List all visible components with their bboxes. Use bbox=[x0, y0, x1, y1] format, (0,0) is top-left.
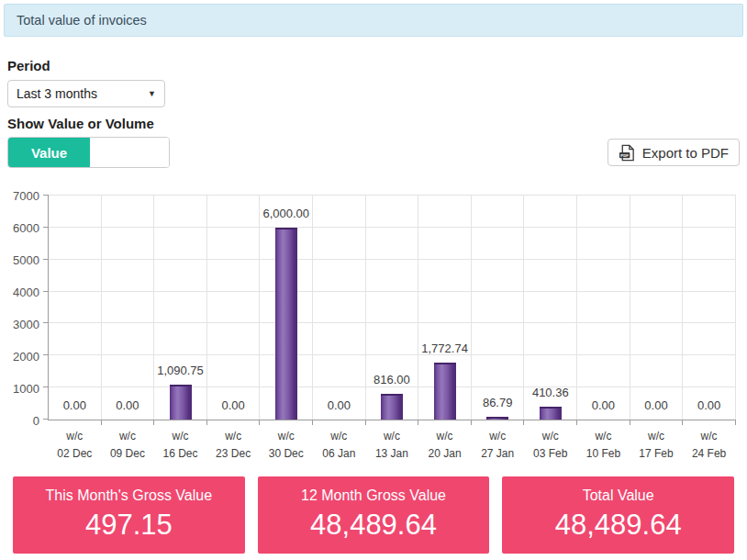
bar-cell: 1,090.75w/c16 Dec bbox=[154, 196, 207, 420]
x-tick-label: w/c10 Feb bbox=[577, 420, 630, 463]
y-tick-label: 6000 bbox=[13, 221, 39, 235]
x-tick-mark bbox=[735, 420, 736, 425]
bar-cell: 0.00w/c17 Feb bbox=[630, 196, 684, 420]
card-title: This Month's Gross Value bbox=[20, 487, 238, 504]
bar bbox=[275, 228, 297, 420]
bar-cell: 0.00w/c09 Dec bbox=[102, 196, 155, 420]
bar-cell: 0.00w/c10 Feb bbox=[577, 196, 630, 420]
export-to-pdf-button[interactable]: PDF Export to PDF bbox=[608, 139, 740, 166]
x-tick-label: w/c24 Feb bbox=[683, 420, 735, 463]
svg-text:PDF: PDF bbox=[620, 152, 629, 157]
y-tick-label: 5000 bbox=[13, 253, 39, 267]
bar-cell: 0.00w/c02 Dec bbox=[49, 196, 102, 420]
chart-plot-area: 0.00w/c02 Dec0.00w/c09 Dec1,090.75w/c16 … bbox=[48, 196, 736, 420]
period-select[interactable]: Last 3 months bbox=[7, 80, 165, 107]
bar-value-label: 0.00 bbox=[328, 398, 351, 412]
volume-toggle-segment[interactable] bbox=[90, 138, 169, 167]
bar-cell: 0.00w/c06 Jan bbox=[313, 196, 366, 420]
x-tick-label: w/c02 Dec bbox=[49, 420, 101, 463]
summary-cards: This Month's Gross Value 497.15 12 Month… bbox=[4, 476, 743, 554]
bar bbox=[434, 363, 456, 420]
bar bbox=[381, 394, 403, 420]
bar-value-label: 6,000.00 bbox=[262, 207, 309, 220]
panel-title: Total value of invoices bbox=[4, 4, 743, 37]
x-tick-label: w/c03 Feb bbox=[524, 420, 576, 463]
card-title: Total Value bbox=[509, 487, 727, 504]
x-tick-label: w/c17 Feb bbox=[630, 420, 683, 463]
y-tick-label: 0 bbox=[33, 414, 39, 428]
bar-value-label: 816.00 bbox=[374, 373, 410, 386]
toggle-row: Value PDF Export to PDF bbox=[7, 137, 740, 168]
x-tick-label: w/c09 Dec bbox=[102, 420, 154, 463]
page: Total value of invoices Period Last 3 mo… bbox=[0, 0, 747, 557]
chart-body: 01000200030004000500060007000 0.00w/c02 … bbox=[11, 196, 736, 420]
card-value: 497.15 bbox=[20, 509, 238, 542]
value-toggle-label: Value bbox=[31, 145, 67, 161]
bar-value-label: 410.36 bbox=[532, 386, 569, 399]
x-tick-label: w/c30 Dec bbox=[260, 420, 312, 463]
x-tick-label: w/c23 Dec bbox=[207, 420, 260, 463]
value-volume-toggle[interactable]: Value bbox=[7, 137, 170, 168]
bar-cell: 1,772.74w/c20 Jan bbox=[418, 196, 472, 420]
bar-value-label: 0.00 bbox=[63, 398, 86, 412]
summary-card-total: Total Value 48,489.64 bbox=[502, 476, 734, 554]
period-label: Period bbox=[7, 58, 740, 73]
bar bbox=[170, 385, 192, 420]
card-title: 12 Month Gross Value bbox=[265, 487, 483, 504]
bar-value-label: 0.00 bbox=[697, 398, 720, 412]
y-tick-label: 4000 bbox=[13, 286, 39, 299]
card-value: 48,489.64 bbox=[265, 509, 483, 542]
value-toggle-segment[interactable]: Value bbox=[8, 138, 90, 167]
card-value: 48,489.64 bbox=[509, 509, 727, 542]
show-value-volume-label: Show Value or Volume bbox=[7, 116, 740, 131]
summary-card-12-month: 12 Month Gross Value 48,489.64 bbox=[258, 476, 490, 554]
bar-cell: 0.00w/c24 Feb bbox=[683, 196, 736, 420]
y-tick-label: 7000 bbox=[13, 189, 39, 203]
y-axis: 01000200030004000500060007000 bbox=[11, 196, 48, 420]
x-tick-label: w/c06 Jan bbox=[313, 420, 365, 463]
bar-cell: 86.79w/c27 Jan bbox=[472, 196, 525, 420]
export-button-label: Export to PDF bbox=[642, 145, 729, 161]
x-tick-label: w/c27 Jan bbox=[472, 420, 524, 463]
invoices-bar-chart: 01000200030004000500060007000 0.00w/c02 … bbox=[11, 196, 736, 465]
summary-card-this-month: This Month's Gross Value 497.15 bbox=[13, 476, 245, 554]
bar-cell: 410.36w/c03 Feb bbox=[524, 196, 577, 420]
bar-cell: 0.00w/c23 Dec bbox=[207, 196, 261, 420]
bar-value-label: 1,772.74 bbox=[421, 342, 468, 355]
x-tick-label: w/c16 Dec bbox=[154, 420, 206, 463]
x-tick-label: w/c13 Jan bbox=[366, 420, 418, 463]
period-select-wrap: Last 3 months ▼ bbox=[7, 80, 165, 107]
bar bbox=[540, 407, 562, 420]
bar-value-label: 0.00 bbox=[221, 398, 244, 412]
bar-value-label: 1,090.75 bbox=[157, 364, 204, 377]
bar-cell: 6,000.00w/c30 Dec bbox=[260, 196, 313, 420]
x-tick-label: w/c20 Jan bbox=[418, 420, 471, 463]
y-tick-label: 2000 bbox=[13, 350, 39, 364]
pdf-file-icon: PDF bbox=[619, 144, 636, 162]
bar-value-label: 0.00 bbox=[592, 398, 615, 412]
bar-cell: 816.00w/c13 Jan bbox=[366, 196, 419, 420]
y-tick-label: 3000 bbox=[13, 318, 39, 331]
bar-value-label: 86.79 bbox=[483, 396, 513, 409]
y-tick-label: 1000 bbox=[13, 382, 39, 396]
bar-value-label: 0.00 bbox=[116, 398, 139, 412]
bar-value-label: 0.00 bbox=[644, 398, 667, 412]
controls-section: Period Last 3 months ▼ Show Value or Vol… bbox=[4, 58, 743, 465]
